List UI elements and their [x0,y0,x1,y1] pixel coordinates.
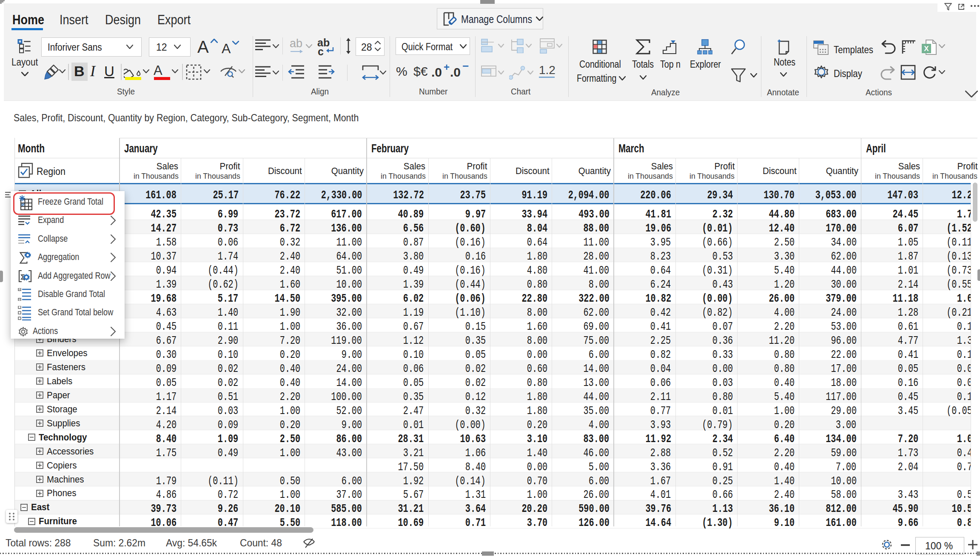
svg-text:X: X [924,45,929,53]
